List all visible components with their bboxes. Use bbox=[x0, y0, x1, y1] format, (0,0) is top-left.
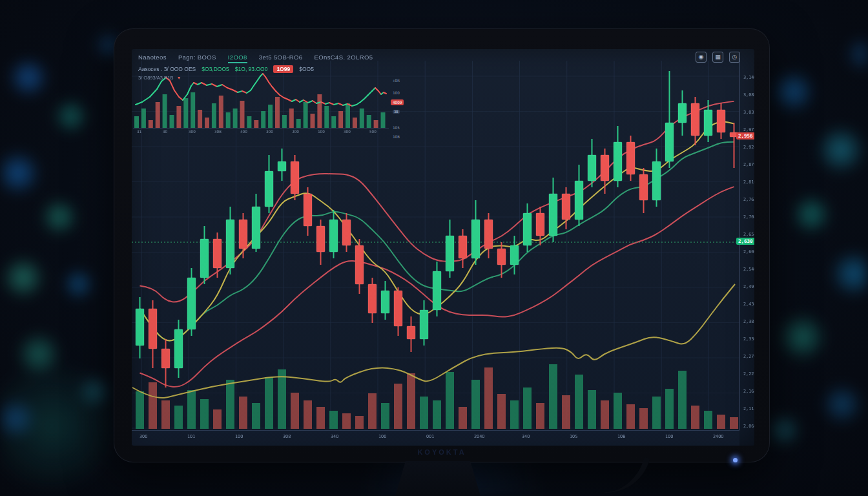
desktop-scene: NaaoteosPagn: BOOSI2OO83et5 5OB-RO6EOnsC… bbox=[0, 0, 868, 496]
volume-label: $OO5 bbox=[299, 66, 314, 72]
price-tick-label: 2,384 bbox=[743, 319, 754, 324]
price-tick-label: 2,222 bbox=[743, 371, 754, 377]
price-tick-label: 3,140 bbox=[743, 75, 754, 80]
price-tick-label: 2,816 bbox=[743, 180, 754, 185]
mini-chart-price-axis: +OR1OO1O51OB4OO93B bbox=[390, 61, 412, 138]
time-tick-label: 2O4O bbox=[474, 434, 484, 439]
instrument-info-row: Aasoces . 3/ OOO OES $O3,DOO5 $1O, 93.OO… bbox=[138, 65, 314, 73]
mini-prev-price-chip: 3B bbox=[393, 110, 400, 114]
time-tick-label: 3O8 bbox=[283, 434, 291, 439]
price-tick-label: 3,086 bbox=[743, 92, 754, 98]
mini-price-label: 1OB bbox=[393, 134, 400, 139]
mini-time-label: 31 bbox=[137, 129, 141, 134]
time-tick-label: 1OO bbox=[665, 434, 673, 439]
mini-time-label: 1OO bbox=[318, 129, 325, 134]
price-value-b: $1O, 93.OO0 bbox=[235, 66, 268, 72]
time-tick-label: 1O5 bbox=[570, 434, 577, 439]
mini-chart-time-axis: 313O3OO3OB4OO3OOJOO1OO3OO5OO bbox=[132, 129, 390, 136]
price-tick-label: 2,600 bbox=[743, 249, 754, 254]
toolbar-icons: ◉▦◷ bbox=[696, 52, 740, 63]
time-tick-label: 34O bbox=[522, 434, 530, 439]
chart-tabs: NaaoteosPagn: BOOSI2OO83et5 5OB-RO6EOnsC… bbox=[138, 54, 373, 63]
time-tick-label: 3OO bbox=[140, 434, 147, 439]
price-tick-label: 2,492 bbox=[743, 284, 754, 289]
time-tick-label: OO1 bbox=[426, 434, 434, 439]
tab-item[interactable]: Naaoteos bbox=[138, 54, 167, 63]
mini-price-label: +OR bbox=[393, 78, 400, 83]
monitor-stand bbox=[395, 461, 480, 496]
price-tick-label: 3,032 bbox=[743, 110, 754, 115]
mini-time-label: JOO bbox=[292, 129, 299, 134]
time-tick-label: 1O1 bbox=[187, 434, 195, 439]
price-tick-label: 2,708 bbox=[743, 214, 754, 220]
time-axis[interactable]: 3OO1O11OO3O834O1OOOO12O4O34O1O51OB1OO24O… bbox=[132, 430, 739, 446]
mini-time-label: 4OO bbox=[240, 129, 247, 134]
tab-active[interactable]: I2OO8 bbox=[228, 54, 247, 63]
mini-time-label: 3OO bbox=[266, 129, 273, 134]
indicator-label: 3/ O893/A3 R1B bbox=[138, 75, 174, 81]
change-badge: 1O99 bbox=[273, 65, 293, 73]
mini-price-label: 1O5 bbox=[393, 125, 400, 130]
screenshot-icon[interactable]: ◉ bbox=[696, 52, 707, 63]
time-tick-label: 1OO bbox=[378, 434, 386, 439]
price-tick-label: 2,654 bbox=[743, 232, 754, 237]
time-tick-label: 34O bbox=[331, 434, 338, 439]
mini-time-label: 3OO bbox=[189, 129, 196, 134]
main-chart-canvas bbox=[132, 49, 754, 446]
price-tick-label: 2,060 bbox=[743, 424, 754, 429]
price-tick-label: 2,438 bbox=[743, 302, 754, 307]
tab-item[interactable]: EOnsC4S. 2OLRO5 bbox=[314, 54, 373, 63]
mini-time-label: 3OO bbox=[344, 129, 351, 134]
price-tick-label: 2,114 bbox=[743, 406, 754, 411]
monitor-brand-logo: KOYOKTA bbox=[114, 448, 770, 456]
last-price-badge: 2,956 bbox=[736, 132, 754, 140]
mini-time-label: 5OO bbox=[369, 129, 377, 134]
indicator-info-row: 3/ O893/A3 R1B ▼ bbox=[138, 75, 181, 81]
layout-grid-icon[interactable]: ▦ bbox=[712, 52, 723, 63]
price-tick-label: 2,168 bbox=[743, 389, 754, 394]
tab-item[interactable]: 3et5 5OB-RO6 bbox=[259, 54, 303, 63]
price-tick-label: 2,546 bbox=[743, 267, 754, 272]
price-tick-label: 2,330 bbox=[743, 336, 754, 342]
monitor: NaaoteosPagn: BOOSI2OO83et5 5OB-RO6EOnsC… bbox=[114, 28, 770, 462]
baseline-price-badge: 2,630 bbox=[736, 238, 754, 245]
price-tick-label: 2,762 bbox=[743, 197, 754, 202]
time-tick-label: 24OO bbox=[713, 434, 723, 439]
mini-time-label: 3OB bbox=[214, 129, 222, 134]
trading-app-screen: NaaoteosPagn: BOOSI2OO83et5 5OB-RO6EOnsC… bbox=[132, 49, 754, 446]
mini-last-price-badge: 4OO9 bbox=[391, 99, 404, 105]
down-arrow-icon: ▼ bbox=[177, 76, 181, 80]
tab-item[interactable]: Pagn: BOOS bbox=[178, 54, 216, 63]
time-tick-label: 1OB bbox=[617, 434, 625, 439]
price-tick-label: 2,870 bbox=[743, 162, 754, 167]
price-tick-label: 2,924 bbox=[743, 145, 754, 150]
instrument-label: Aasoces . 3/ OOO OES bbox=[138, 66, 196, 72]
time-tick-label: 1OO bbox=[235, 434, 243, 439]
price-value-a: $O3,DOO5 bbox=[202, 66, 229, 72]
price-tick-label: 2,978 bbox=[743, 127, 754, 132]
clock-icon[interactable]: ◷ bbox=[729, 52, 740, 63]
power-led bbox=[733, 458, 738, 462]
mini-price-label: 1OO bbox=[393, 90, 400, 95]
mini-time-label: 3O bbox=[163, 129, 167, 134]
price-tick-label: 2,276 bbox=[743, 354, 754, 359]
